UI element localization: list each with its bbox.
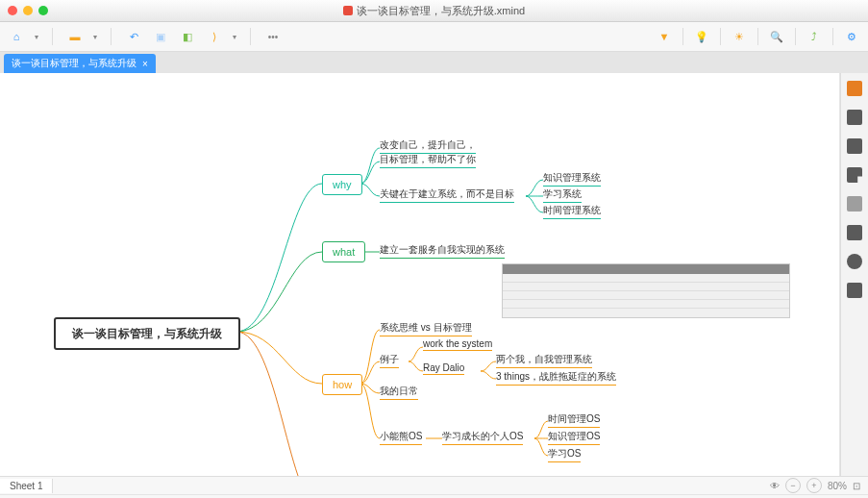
zoom-in-button[interactable]: + (806, 478, 822, 493)
view-mode-icon[interactable]: 👁 (770, 481, 780, 491)
node-why-2[interactable]: 目标管理，帮助不了你 (380, 153, 476, 168)
node-why-3[interactable]: 关键在于建立系统，而不是目标 (380, 187, 514, 203)
image-panel-icon[interactable] (847, 138, 862, 154)
filter-button[interactable]: ▼ (656, 28, 673, 45)
tab-bar: 谈一谈目标管理，与系统升级 × (0, 52, 868, 73)
sheet-tab[interactable]: Sheet 1 (0, 479, 53, 493)
node-what-1[interactable]: 建立一套服务自我实现的系统 (380, 243, 505, 259)
home-button[interactable]: ⌂ (8, 28, 25, 45)
node-how-4a[interactable]: 学习成长的个人OS (442, 430, 523, 445)
node-how-1[interactable]: 系统思维 vs 目标管理 (380, 321, 472, 336)
zoom-level[interactable]: 80% (828, 481, 847, 491)
node-how-2b[interactable]: Ray Dalio (423, 362, 464, 375)
task-panel-icon[interactable] (847, 283, 862, 298)
node-why-3c[interactable]: 时间管理系统 (543, 204, 601, 219)
share-button[interactable]: ⤴ (806, 28, 823, 45)
toolbar: ⌂ ▾ ▬ ▾ ↶ ▣ ◧ ⟩ ▾ ••• ▼ 💡 ☀ 🔍 ⤴ ⚙ (0, 22, 868, 52)
node-how-4[interactable]: 小能熊OS (380, 430, 422, 445)
branch-why[interactable]: why (322, 174, 362, 195)
dropdown-icon[interactable]: ▾ (35, 33, 38, 41)
redo-button[interactable]: ▣ (152, 28, 169, 45)
save-button[interactable]: ▬ (66, 28, 84, 45)
right-sidebar (840, 73, 868, 476)
branch-how[interactable]: how (322, 374, 362, 395)
tab-label: 谈一谈目标管理，与系统升级 (12, 57, 136, 70)
embedded-table-image[interactable] (502, 263, 790, 318)
mindmap-canvas[interactable]: 谈一谈目标管理，与系统升级 why what how how good 改变自己… (0, 73, 840, 476)
node-why-1[interactable]: 改变自己，提升自己， (380, 138, 476, 154)
node-why-3b[interactable]: 学习系统 (543, 187, 582, 203)
node-how-2b1[interactable]: 两个我，自我管理系统 (496, 353, 592, 368)
node-how-2a[interactable]: work the system (423, 338, 492, 351)
zoom-out-button[interactable]: − (785, 478, 801, 493)
sun-button[interactable]: ☀ (731, 28, 748, 45)
file-icon (343, 6, 353, 15)
more-button[interactable]: ••• (264, 28, 282, 45)
dropdown-icon[interactable]: ▾ (93, 33, 97, 41)
text-panel-icon[interactable] (847, 196, 862, 212)
undo-button[interactable]: ↶ (125, 28, 142, 45)
titlebar: 谈一谈目标管理，与系统升级.xmind (0, 0, 868, 22)
search-button[interactable]: 🔍 (768, 28, 785, 45)
status-bar: Sheet (Sheet 1) Auto Save: ON · Howie's … (0, 494, 868, 498)
sheet-bar: Sheet 1 👁 − + 80% ⊡ (0, 476, 868, 494)
insert-button[interactable]: ⟩ (206, 28, 223, 45)
window-title-text: 谈一谈目标管理，与系统升级.xmind (357, 4, 525, 18)
zoom-controls: 👁 − + 80% ⊡ (770, 478, 868, 493)
flag-panel-icon[interactable] (847, 167, 862, 183)
format-panel-icon[interactable] (847, 81, 862, 96)
window-title: 谈一谈目标管理，与系统升级.xmind (0, 4, 868, 18)
settings-button[interactable]: ⚙ (843, 28, 860, 45)
node-how-2b2[interactable]: 3 things，战胜拖延症的系统 (496, 370, 616, 386)
node-how-2[interactable]: 例子 (380, 353, 399, 368)
node-how-4a2[interactable]: 知识管理OS (548, 430, 600, 445)
document-tab[interactable]: 谈一谈目标管理，与系统升级 × (4, 54, 156, 73)
node-why-3a[interactable]: 知识管理系统 (543, 171, 601, 187)
outline-button[interactable]: ◧ (179, 28, 196, 45)
marker-panel-icon[interactable] (847, 110, 862, 125)
close-tab-icon[interactable]: × (142, 59, 148, 69)
node-how-4a1[interactable]: 时间管理OS (548, 412, 600, 428)
fit-button[interactable]: ⊡ (853, 481, 860, 491)
idea-button[interactable]: 💡 (693, 28, 710, 45)
root-topic[interactable]: 谈一谈目标管理，与系统升级 (54, 317, 240, 350)
node-how-3[interactable]: 我的日常 (380, 385, 418, 400)
comments-panel-icon[interactable] (847, 254, 862, 269)
dropdown-icon[interactable]: ▾ (233, 33, 236, 41)
node-how-4a3[interactable]: 学习OS (548, 447, 581, 462)
notes-panel-icon[interactable] (847, 225, 862, 240)
branch-what[interactable]: what (322, 241, 365, 262)
